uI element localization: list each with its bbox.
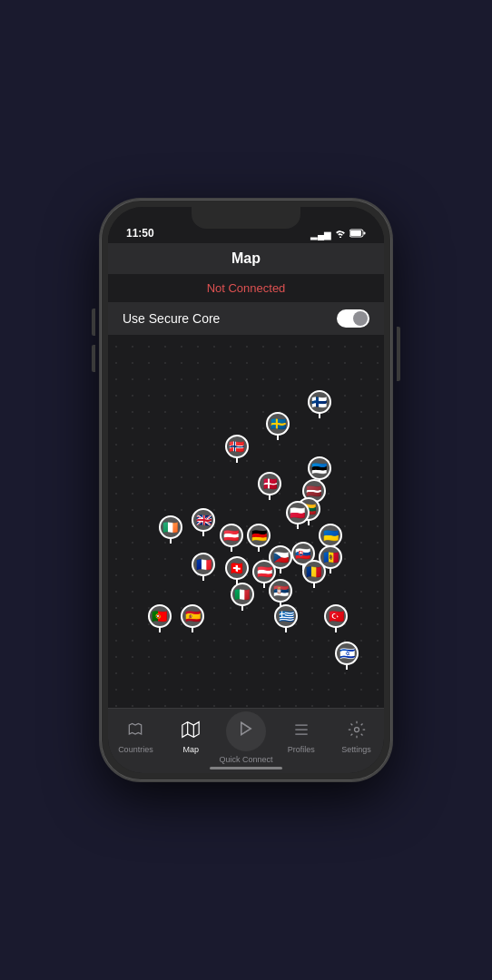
tab-countries[interactable]: Countries — [108, 709, 163, 773]
nav-header: Map — [108, 243, 384, 274]
flag-circle-romania: 🇷🇴 — [302, 560, 326, 583]
flag-pin-tail-romania — [313, 583, 315, 588]
flag-pin-uk[interactable]: 🇬🇧 — [191, 508, 216, 537]
volume-up-button[interactable] — [92, 309, 95, 336]
battery-icon — [349, 229, 366, 240]
notch — [192, 207, 300, 229]
flag-circle-ukraine: 🇺🇦 — [319, 524, 342, 547]
flag-circle-poland: 🇵🇱 — [286, 501, 310, 524]
tab-bar: Countries Map — [108, 708, 384, 773]
flag-pin-sweden[interactable]: 🇸🇪 — [265, 412, 290, 441]
flag-pin-tail-sweden — [277, 435, 279, 440]
tab-profiles[interactable]: Profiles — [273, 709, 329, 773]
flag-circle-ireland: 🇮🇪 — [159, 515, 182, 539]
flag-pin-tail-france — [202, 575, 204, 581]
flag-circle-estonia: 🇪🇪 — [308, 456, 331, 480]
flag-pin-tail-israel — [346, 664, 348, 670]
home-indicator — [210, 767, 282, 769]
flag-pin-switzerland[interactable]: 🇨🇭 — [224, 556, 250, 585]
flag-pin-tail-ireland — [170, 538, 172, 544]
tab-label-map: Map — [182, 745, 199, 754]
secure-core-bar: Use Secure Core — [108, 302, 384, 335]
flag-pin-norway[interactable]: 🇳🇴 — [224, 435, 250, 464]
flag-circle-finland: 🇫🇮 — [308, 390, 331, 414]
tab-map[interactable]: Map — [163, 709, 219, 773]
countries-icon — [126, 720, 144, 743]
secure-core-toggle[interactable] — [337, 309, 369, 328]
flag-pin-tail-czech — [280, 568, 281, 573]
flag-circle-denmark: 🇩🇰 — [258, 472, 281, 495]
flag-pin-israel[interactable]: 🇮🇱 — [334, 642, 359, 671]
flag-pin-tail-uk — [202, 531, 204, 536]
flag-pin-tail-moldova — [330, 568, 331, 573]
flag-pin-denmark[interactable]: 🇩🇰 — [257, 472, 282, 501]
flag-pin-finland[interactable]: 🇫🇮 — [307, 390, 332, 419]
svg-marker-6 — [241, 722, 251, 735]
tab-quick-connect[interactable]: Quick Connect — [219, 709, 274, 773]
flag-circle-greece: 🇬🇷 — [274, 604, 298, 628]
svg-rect-2 — [364, 232, 366, 235]
flag-circle-norway: 🇳🇴 — [225, 435, 249, 458]
flag-circle-austria-red: 🇦🇹 — [220, 524, 243, 547]
flag-pin-tail-denmark — [269, 495, 271, 500]
flag-pin-tail-portugal — [159, 627, 161, 632]
flag-circle-switzerland: 🇨🇭 — [225, 556, 249, 580]
flag-pin-tail-austria — [263, 583, 265, 588]
flag-pin-tail-greece — [285, 627, 287, 632]
flag-circle-uk: 🇬🇧 — [192, 508, 215, 532]
flag-pin-france[interactable]: 🇫🇷 — [191, 553, 216, 582]
flag-pin-tail-norway — [236, 457, 238, 463]
tab-label-quick-connect: Quick Connect — [219, 755, 272, 764]
settings-icon — [348, 720, 366, 743]
tab-label-profiles: Profiles — [288, 745, 315, 754]
quick-connect-circle — [226, 711, 266, 751]
flag-pin-poland[interactable]: 🇵🇱 — [285, 501, 310, 530]
status-icons: ▂▄▆ — [310, 229, 366, 240]
volume-down-button[interactable] — [92, 345, 95, 372]
secure-core-label: Use Secure Core — [123, 311, 220, 326]
connection-status: Not Connected — [108, 274, 384, 302]
signal-icon: ▂▄▆ — [310, 230, 331, 240]
map-icon — [182, 720, 200, 743]
quick-connect-icon — [238, 720, 254, 741]
flag-circle-turkey: 🇹🇷 — [324, 604, 348, 628]
tab-label-settings: Settings — [341, 745, 371, 754]
flag-circle-germany: 🇩🇪 — [247, 524, 271, 547]
flag-pin-portugal[interactable]: 🇵🇹 — [147, 604, 172, 633]
flag-pin-ireland[interactable]: 🇮🇪 — [158, 515, 183, 544]
flag-pin-tail-finland — [319, 413, 320, 418]
svg-point-10 — [354, 728, 359, 732]
main-content: Not Connected Use Secure Core 🇫🇮 🇸🇪 🇳🇴 🇪… — [108, 274, 384, 708]
flag-pin-tail-austria-red — [231, 546, 232, 552]
flag-pin-spain[interactable]: 🇪🇸 — [180, 604, 205, 633]
status-time: 11:50 — [126, 227, 154, 240]
svg-marker-3 — [182, 722, 199, 738]
flag-circle-sweden: 🇸🇪 — [266, 412, 290, 436]
map-area: 🇫🇮 🇸🇪 🇳🇴 🇪🇪 🇱🇻 🇩🇰 🇱🇹 🇮🇪 🇬🇧 🇵🇱 🇦🇹 🇩🇪 — [108, 338, 384, 708]
flag-circle-israel: 🇮🇱 — [335, 642, 359, 665]
power-button[interactable] — [397, 327, 400, 381]
flag-pin-italy[interactable]: 🇮🇹 — [230, 583, 255, 612]
flag-circle-serbia: 🇷🇸 — [269, 579, 292, 603]
phone-frame: 11:50 ▂▄▆ Map — [101, 200, 391, 780]
flag-pin-romania[interactable]: 🇷🇴 — [301, 560, 327, 589]
flag-pin-tail-poland — [297, 524, 299, 529]
flag-circle-italy: 🇮🇹 — [231, 583, 254, 606]
wifi-icon — [335, 229, 346, 240]
tab-settings[interactable]: Settings — [329, 709, 384, 773]
flag-circle-france: 🇫🇷 — [192, 553, 215, 576]
flag-circle-spain: 🇪🇸 — [181, 604, 204, 628]
flag-circle-portugal: 🇵🇹 — [148, 604, 172, 628]
page-title: Map — [123, 250, 369, 267]
flag-pin-austria-red[interactable]: 🇦🇹 — [219, 524, 244, 553]
tab-label-countries: Countries — [118, 745, 153, 754]
profiles-icon — [292, 720, 310, 743]
flag-pin-tail-turkey — [335, 627, 337, 632]
phone-screen: 11:50 ▂▄▆ Map — [108, 207, 384, 773]
flag-pin-turkey[interactable]: 🇹🇷 — [323, 604, 349, 633]
flag-pin-greece[interactable]: 🇬🇷 — [273, 604, 299, 633]
flag-pin-tail-italy — [241, 605, 243, 611]
flag-pin-tail-spain — [192, 627, 193, 632]
flag-pin-tail-germany — [258, 546, 260, 552]
flag-pin-serbia[interactable]: 🇷🇸 — [268, 579, 293, 608]
